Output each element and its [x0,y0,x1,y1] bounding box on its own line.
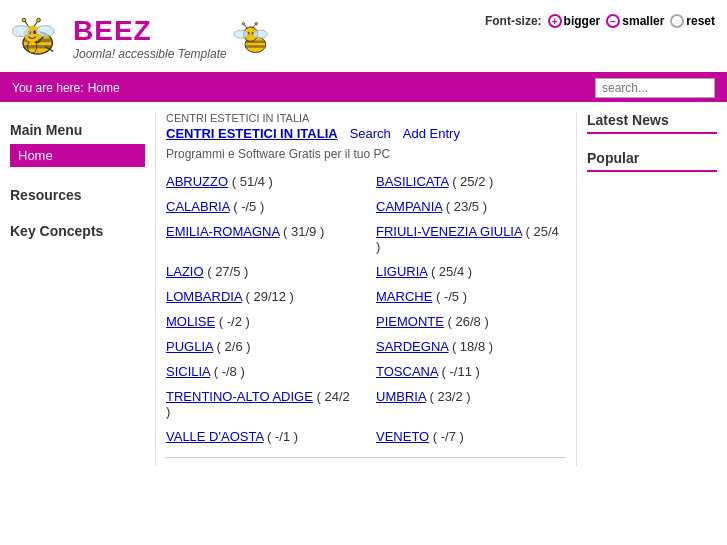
region-item: SICILIA ( -/8 ) [166,361,356,382]
region-item: MOLISE ( -/2 ) [166,311,356,332]
popular-divider [587,170,717,172]
bee-icon-2 [233,16,273,61]
region-item: ABRUZZO ( 51/4 ) [166,171,356,192]
regions-grid: ABRUZZO ( 51/4 )BASILICATA ( 25/2 )CALAB… [166,171,566,447]
region-item: SARDEGNA ( 18/8 ) [376,336,566,357]
search-area [595,78,715,98]
region-link[interactable]: TOSCANA [376,364,438,379]
region-item: EMILIA-ROMAGNA ( 31/9 ) [166,221,356,257]
content-header-links: CENTRI ESTETICI IN ITALIA Search Add Ent… [166,126,566,141]
region-link[interactable]: CALABRIA [166,199,230,214]
region-item: LOMBARDIA ( 29/12 ) [166,286,356,307]
region-link[interactable]: SARDEGNA [376,339,448,354]
region-link[interactable]: EMILIA-ROMAGNA [166,224,279,239]
region-link[interactable]: BASILICATA [376,174,449,189]
svg-point-25 [255,22,257,24]
region-link[interactable]: LIGURIA [376,264,427,279]
region-item: LIGURIA ( 25/4 ) [376,261,566,282]
bigger-label: bigger [564,14,601,28]
smaller-button[interactable]: smaller [606,14,664,28]
content-main-title-link[interactable]: CENTRI ESTETICI IN ITALIA [166,126,338,141]
region-link[interactable]: PIEMONTE [376,314,444,329]
svg-point-27 [253,30,267,38]
region-link[interactable]: TRENTINO-ALTO ADIGE [166,389,313,404]
region-counts: ( 26/8 ) [448,314,489,329]
region-counts: ( 29/12 ) [245,289,293,304]
svg-rect-18 [245,45,264,47]
sidebar-home-link[interactable]: Home [10,144,145,167]
region-item: UMBRIA ( 23/2 ) [376,386,566,422]
region-link[interactable]: MOLISE [166,314,215,329]
header: BEEZ Joomla! accessible Template Font-si… [0,0,727,74]
region-item: BASILICATA ( 25/2 ) [376,171,566,192]
main-menu: Home [10,144,145,167]
region-link[interactable]: UMBRIA [376,389,426,404]
region-item: MARCHE ( -/5 ) [376,286,566,307]
popular-title: Popular [587,150,717,166]
content-divider [166,457,566,458]
region-link[interactable]: LAZIO [166,264,204,279]
region-counts: ( -/2 ) [219,314,250,329]
svg-point-15 [36,26,54,37]
search-link[interactable]: Search [350,126,391,141]
region-item: PIEMONTE ( 26/8 ) [376,311,566,332]
region-counts: ( -/11 ) [442,364,480,379]
region-link[interactable]: VALLE D'AOSTA [166,429,263,444]
reset-label: reset [686,14,715,28]
region-item: LAZIO ( 27/5 ) [166,261,356,282]
latest-news-title: Latest News [587,112,717,128]
resources-title: Resources [10,187,145,203]
bee-icon-1 [12,8,67,68]
region-counts: ( 23/5 ) [446,199,487,214]
region-item: CAMPANIA ( 23/5 ) [376,196,566,217]
breadcrumb: You are here: Home [12,81,120,95]
logo-subtitle: Joomla! accessible Template [73,47,227,61]
region-link[interactable]: CAMPANIA [376,199,442,214]
key-concepts-title: Key Concepts [10,223,145,239]
content-description: Programmi e Software Gratis per il tuo P… [166,147,566,161]
region-item: CALABRIA ( -/5 ) [166,196,356,217]
font-size-controls: Font-size: bigger smaller reset [485,8,715,28]
region-item: VENETO ( -/7 ) [376,426,566,447]
fontsize-label: Font-size: [485,14,542,28]
logo-title: BEEZ [73,15,227,47]
region-counts: ( 27/5 ) [207,264,248,279]
bigger-button[interactable]: bigger [548,14,601,28]
sidebar-item-home[interactable]: Home [10,144,145,167]
svg-point-23 [242,22,244,24]
region-link[interactable]: MARCHE [376,289,432,304]
svg-point-13 [37,18,41,22]
smaller-icon [606,14,620,28]
region-counts: ( 51/4 ) [232,174,273,189]
content-area: CENTRI ESTETICI IN ITALIA CENTRI ESTETIC… [155,112,577,466]
smaller-label: smaller [622,14,664,28]
region-link[interactable]: LOMBARDIA [166,289,242,304]
region-counts: ( 2/6 ) [217,339,251,354]
svg-line-22 [244,24,247,28]
main-menu-title: Main Menu [10,122,145,138]
reset-icon [670,14,684,28]
bigger-icon [548,14,562,28]
region-counts: ( 25/4 ) [431,264,472,279]
region-item: TRENTINO-ALTO ADIGE ( 24/2 ) [166,386,356,422]
breadcrumb-bar: You are here: Home [0,74,727,102]
right-column: Latest News Popular [577,112,727,466]
latest-news-divider [587,132,717,134]
reset-button[interactable]: reset [670,14,715,28]
region-counts: ( -/7 ) [433,429,464,444]
region-counts: ( -/1 ) [267,429,298,444]
svg-point-14 [12,26,30,37]
region-item: VALLE D'AOSTA ( -/1 ) [166,426,356,447]
search-input[interactable] [595,78,715,98]
region-link[interactable]: VENETO [376,429,429,444]
main-layout: Main Menu Home Resources Key Concepts CE… [0,102,727,476]
region-counts: ( 18/8 ) [452,339,493,354]
region-link[interactable]: ABRUZZO [166,174,228,189]
you-are-here-label: You are here: [12,81,84,95]
add-entry-link[interactable]: Add Entry [403,126,460,141]
region-link[interactable]: FRIULI-VENEZIA GIULIA [376,224,522,239]
region-link[interactable]: PUGLIA [166,339,213,354]
logo-area: BEEZ Joomla! accessible Template [12,8,273,68]
breadcrumb-home-link[interactable]: Home [88,81,120,95]
region-link[interactable]: SICILIA [166,364,210,379]
